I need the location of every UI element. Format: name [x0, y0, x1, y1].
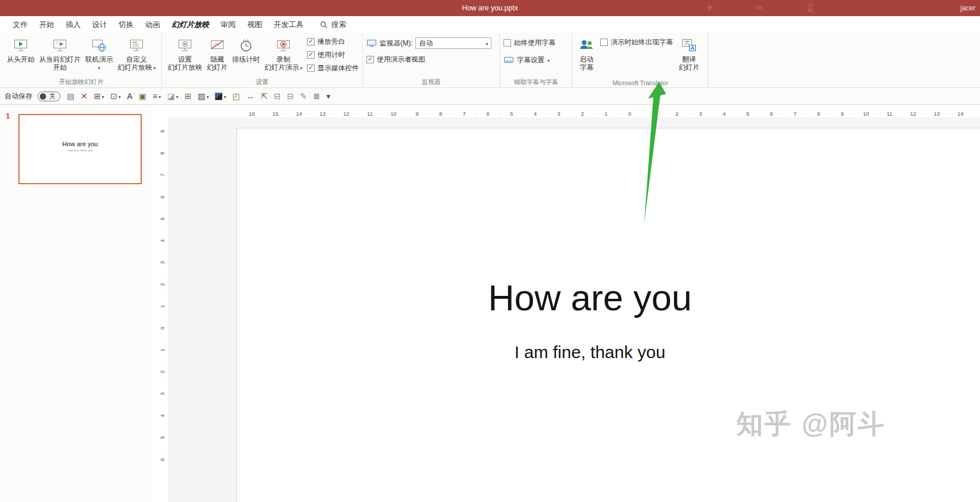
- subtitle-settings-button[interactable]: 字幕设置: [504, 55, 555, 65]
- label: 从当前幻灯片: [39, 55, 81, 63]
- custom-slideshow-icon: [128, 36, 145, 54]
- chevron-down-icon: [547, 56, 550, 64]
- ribbon: 从头开始 从当前幻灯片 开始 联机演示 自定义 幻灯片放映 开始放映幻灯片: [0, 33, 980, 88]
- search-box[interactable]: 搜索: [320, 20, 346, 30]
- checkbox-play-narration[interactable]: 播放旁白: [307, 36, 359, 47]
- slide-subtitle-text[interactable]: I am fine, thank you: [237, 343, 943, 362]
- checkbox-icon: [307, 64, 315, 72]
- hide-slide-button[interactable]: 隐藏 幻灯片: [205, 35, 230, 73]
- checkbox-icon: [504, 39, 511, 47]
- insert-table-icon[interactable]: ⊞: [183, 92, 192, 101]
- slide-number: 1: [6, 112, 10, 120]
- selected-value: 自动: [419, 39, 433, 48]
- delete-icon-glyph: ✕: [81, 92, 88, 100]
- slide-title-text[interactable]: How are you: [237, 277, 943, 318]
- tab-animations[interactable]: 动画: [139, 16, 166, 33]
- translate-slide-button[interactable]: 翻译 幻灯片: [676, 35, 702, 73]
- group-translator: 启动 字幕 演示时始终出现字幕 翻译 幻灯片 Microsoft Transla…: [573, 33, 709, 88]
- chevron-down-icon: [176, 92, 178, 100]
- format-painter-icon[interactable]: ✎: [299, 92, 308, 101]
- checkbox-always-show-subtitles[interactable]: 演示时始终出现字幕: [600, 37, 673, 48]
- label: 幻灯片: [207, 63, 228, 71]
- checkbox-always-use-subtitles[interactable]: 始终使用字幕: [504, 37, 555, 48]
- table-style-icon[interactable]: ⊞: [93, 92, 105, 101]
- format-painter-icon-glyph: ✎: [300, 92, 307, 100]
- rehearse-timings-button[interactable]: 排练计时: [230, 35, 262, 64]
- position-icon-glyph: ⇱: [261, 92, 268, 100]
- clock-icon: [238, 36, 254, 54]
- more-icon[interactable]: ▾: [325, 92, 331, 101]
- window-border-icon[interactable]: ⊡: [109, 92, 122, 101]
- bring-forward-icon[interactable]: ⊟: [273, 92, 282, 101]
- picture-icon[interactable]: ▣: [138, 92, 147, 101]
- label: 从头开始: [7, 55, 35, 63]
- monitor-select[interactable]: 自动: [415, 37, 491, 49]
- color-swatch-icon[interactable]: [214, 92, 227, 101]
- delete-icon[interactable]: ✕: [80, 92, 89, 101]
- qat-icons: ▤✕⊞⊡A▣≡◪⊞▨◰↔⇱⊟⊟✎≣▾: [66, 92, 331, 101]
- tab-insert[interactable]: 插入: [60, 16, 86, 33]
- setup-slideshow-button[interactable]: 设置 幻灯片放映: [165, 35, 205, 73]
- fill-pattern-icon-glyph: ▨: [198, 92, 205, 100]
- tab-transitions[interactable]: 切换: [113, 16, 139, 33]
- play-from-current-icon: [52, 36, 68, 54]
- spacing-icon-glyph: ≣: [313, 92, 320, 100]
- more-icon-glyph: ▾: [326, 92, 330, 100]
- label: 幻灯片放映: [118, 63, 152, 71]
- tab-home[interactable]: 开始: [33, 16, 60, 33]
- vertical-ruler: 9·8·7·6·5·4·3·2·1·0·1·2·3·4·5·6: [156, 117, 168, 502]
- autosave-toggle[interactable]: 关: [37, 92, 60, 101]
- watermark: 知乎 @阿斗: [736, 406, 886, 442]
- subtitle-settings-icon: [504, 55, 514, 65]
- insert-picture-icon-glyph: ◰: [232, 92, 240, 100]
- label: 幻灯片演示: [264, 63, 299, 71]
- tab-design[interactable]: 设计: [86, 16, 113, 33]
- checkbox-icon: [307, 51, 315, 59]
- record-slideshow-button[interactable]: 录制 幻灯片演示: [262, 35, 305, 73]
- label: 使用计时: [317, 50, 345, 60]
- ribbon-tab-bar: 文件 开始 插入 设计 切换 动画 幻灯片放映 审阅 视图 开发工具 搜索: [0, 16, 980, 33]
- tab-file[interactable]: 文件: [7, 16, 33, 33]
- slide[interactable]: How are you I am fine, thank you: [236, 128, 980, 502]
- custom-slideshow-button[interactable]: 自定义 幻灯片放映: [115, 35, 158, 73]
- picture-icon-glyph: ▣: [139, 92, 146, 100]
- checkbox-icon: [307, 38, 315, 45]
- present-online-button[interactable]: 联机演示: [83, 35, 115, 73]
- setup-slideshow-icon: [177, 36, 193, 54]
- label: 始终使用字幕: [514, 38, 555, 48]
- tab-developer[interactable]: 开发工具: [268, 16, 309, 33]
- checkbox-show-media-controls[interactable]: 显示媒体控件: [307, 63, 359, 74]
- start-subtitles-button[interactable]: 启动 字幕: [576, 35, 597, 73]
- tab-slideshow[interactable]: 幻灯片放映: [166, 16, 215, 33]
- shape-shade-icon-glyph: ◪: [167, 92, 175, 100]
- autosave-state: 关: [49, 92, 55, 101]
- from-beginning-button[interactable]: 从头开始: [5, 35, 37, 64]
- checkbox-use-timings[interactable]: 使用计时: [307, 50, 359, 60]
- chevron-down-icon: [102, 92, 104, 100]
- slide-thumbnail[interactable]: How are you I am fine, thank you: [18, 114, 142, 184]
- position-icon[interactable]: ⇱: [260, 92, 269, 101]
- fill-pattern-icon[interactable]: ▨: [196, 92, 210, 101]
- tab-view[interactable]: 视图: [241, 16, 268, 33]
- group-label-translator: Microsoft Translator: [573, 79, 708, 86]
- spacing-icon[interactable]: ≣: [312, 92, 321, 101]
- insert-picture-icon[interactable]: ◰: [231, 92, 241, 101]
- checkbox-icon: [366, 56, 374, 63]
- font-color-icon[interactable]: A: [126, 92, 133, 101]
- label: 字幕设置: [517, 55, 544, 65]
- label: 自定义: [126, 55, 147, 63]
- shape-shade-icon[interactable]: ◪: [166, 92, 179, 101]
- checkbox-presenter-view[interactable]: 使用演示者视图: [366, 54, 491, 65]
- send-backward-icon[interactable]: ⊟: [286, 92, 295, 101]
- account-name[interactable]: jacer: [960, 4, 975, 12]
- group-setup: 设置 幻灯片放映 隐藏 幻灯片 排练计时 录制 幻灯片演示 播: [162, 33, 363, 88]
- workspace: 1 How are you I am fine, thank you 9·8·7…: [0, 105, 980, 502]
- save-icon[interactable]: ▤: [66, 92, 75, 101]
- distribute-icon[interactable]: ↔: [245, 92, 256, 101]
- label: 联机演示: [85, 55, 113, 63]
- thumbnail-subtitle: I am fine, thank you: [20, 149, 141, 152]
- align-icon[interactable]: ≡: [152, 92, 162, 101]
- tab-review[interactable]: 审阅: [215, 16, 241, 33]
- group-monitors: 监视器(M): 自动 使用演示者视图 监视器: [363, 33, 500, 88]
- from-current-slide-button[interactable]: 从当前幻灯片 开始: [37, 35, 83, 73]
